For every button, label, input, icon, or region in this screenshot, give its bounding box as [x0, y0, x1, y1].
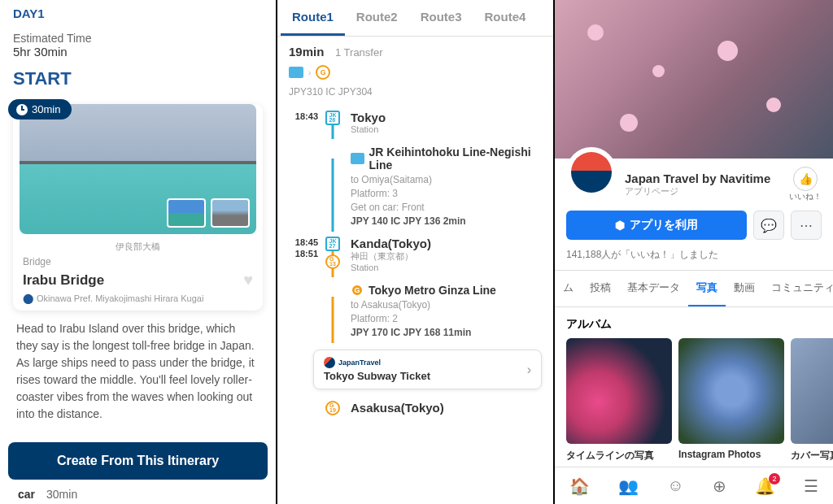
- facebook-panel: Japan Travel by Navitime アプリページ 👍 いいね！ ⬢…: [555, 0, 833, 504]
- route-duration: 19min: [289, 45, 324, 59]
- album-thumbnail: [678, 338, 784, 444]
- station-marker: G13: [325, 254, 340, 269]
- segment-fare: JPY 170 IC JPY 168 11min: [351, 327, 542, 338]
- fb-tab[interactable]: 投稿: [582, 271, 619, 306]
- poi-name: Irabu Bridge: [23, 272, 104, 289]
- chevron-right-icon: ›: [308, 68, 311, 77]
- page-subtitle: アプリページ: [625, 185, 770, 198]
- itinerary-panel: DAY1 Estimated Time 5hr 30min START 30mi…: [0, 0, 277, 504]
- next-segment: car30min: [18, 488, 77, 501]
- ginza-line-icon: G: [351, 284, 364, 297]
- home-icon[interactable]: 🏠: [569, 476, 590, 496]
- route-tab[interactable]: Route2: [345, 0, 409, 36]
- route-tab[interactable]: Route4: [473, 0, 538, 36]
- fb-tabs: ム投稿基本データ写真動画コミュニティ: [555, 270, 833, 307]
- route-tab[interactable]: Route3: [409, 0, 473, 36]
- app-icon: ⬢: [615, 219, 625, 232]
- profile-icon[interactable]: ☺: [667, 476, 683, 495]
- album-caption: Instagram Photos: [678, 449, 784, 460]
- route-step: JR Keihintohoku Line-Negishi Lineto Omiy…: [289, 139, 542, 232]
- route-step: 18:43JK26TokyoStation: [289, 106, 542, 139]
- segment-fare: JPY 140 IC JPY 136 2min: [351, 215, 542, 227]
- album-row: タイムラインの写真Instagram Photosカバー写真: [555, 338, 833, 463]
- car-info: Get on car: Front: [351, 202, 542, 213]
- poi-category: Bridge: [23, 256, 253, 267]
- album-thumbnail: [566, 338, 672, 444]
- notification-badge: 2: [769, 473, 780, 484]
- fare-text: JPY310 IC JPY304: [289, 86, 542, 98]
- duration-badge: 30min: [8, 99, 72, 119]
- station-sub: 神田（東京都）: [351, 250, 542, 263]
- poi-description: Head to Irabu Island over this bridge, w…: [16, 320, 259, 423]
- route-icons: › G: [289, 65, 542, 80]
- line-destination: to Omiya(Saitama): [351, 174, 542, 185]
- train-icon: [289, 67, 303, 78]
- create-itinerary-button[interactable]: Create From This Itinerary: [8, 442, 268, 480]
- fb-tab[interactable]: 写真: [688, 271, 726, 306]
- station-name: Tokyo: [351, 111, 542, 124]
- more-button[interactable]: ⋯: [791, 211, 822, 240]
- album-title: アルバム: [555, 307, 833, 338]
- like-button[interactable]: 👍 いいね！: [789, 167, 822, 202]
- station-marker: G19: [325, 401, 340, 415]
- likes-count: 141,188人が「いいね！」しました: [555, 248, 833, 270]
- japantravel-icon: [324, 357, 335, 368]
- clock-icon: [16, 104, 28, 115]
- use-app-button[interactable]: ⬢ アプリを利用: [566, 211, 747, 240]
- station-marker: JK27: [325, 237, 340, 251]
- route-step: 18:4518:51JK27G13Kanda(Tokyo)神田（東京都）Stat…: [289, 232, 542, 277]
- poi-image[interactable]: [20, 104, 256, 234]
- ginza-line-icon: G: [316, 65, 330, 80]
- friends-icon[interactable]: 👥: [618, 476, 639, 496]
- day-label: DAY1: [13, 7, 263, 20]
- badge-text: 30min: [32, 103, 60, 115]
- album-thumbnail: [791, 338, 833, 444]
- thumbs-up-icon: 👍: [793, 167, 818, 191]
- fb-tab[interactable]: コミュニティ: [763, 271, 833, 306]
- image-caption: 伊良部大橋: [13, 241, 263, 253]
- fb-tab[interactable]: 動画: [726, 271, 763, 306]
- album-item[interactable]: タイムラインの写真: [566, 338, 672, 463]
- album-item[interactable]: Instagram Photos: [678, 338, 784, 463]
- poi-card[interactable]: 30min 伊良部大橋 Bridge Irabu Bridge ♥ ⬤ Okin…: [13, 104, 263, 311]
- start-label: START: [13, 68, 263, 89]
- station-sub: Station: [351, 124, 542, 134]
- fb-tab[interactable]: ム: [555, 271, 582, 306]
- album-item[interactable]: カバー写真: [791, 338, 833, 463]
- route-tab[interactable]: Route1: [281, 0, 345, 36]
- page-title: Japan Travel by Navitime: [625, 172, 770, 185]
- station-name: Kanda(Tokyo): [351, 237, 542, 250]
- line-name: GTokyo Metro Ginza Line: [351, 284, 542, 297]
- platform-info: Platform: 2: [351, 313, 542, 324]
- ticket-card[interactable]: JapanTravelTokyo Subway Ticket›: [313, 350, 542, 389]
- route-panel: Route1Route2Route3Route4 19min 1 Transfe…: [277, 0, 555, 504]
- groups-icon[interactable]: ⊕: [713, 476, 726, 496]
- transfer-count: 1 Transfer: [335, 46, 383, 59]
- poi-location: ⬤ Okinawa Pref. Miyakojimashi Hirara Kug…: [23, 293, 253, 304]
- thumbnail[interactable]: [167, 198, 206, 228]
- route-steps: 18:43JK26TokyoStationJR Keihintohoku Lin…: [277, 106, 553, 420]
- thumbnail-row: [167, 198, 250, 228]
- fb-tab[interactable]: 基本データ: [619, 271, 688, 306]
- chevron-right-icon: ›: [527, 363, 531, 377]
- station-name: Asakusa(Tokyo): [351, 401, 542, 415]
- route-tabs: Route1Route2Route3Route4: [277, 0, 553, 37]
- train-icon: [351, 153, 364, 164]
- pin-icon: ⬤: [23, 293, 33, 304]
- notifications-icon[interactable]: 🔔2: [755, 476, 775, 496]
- album-caption: タイムラインの写真: [566, 449, 672, 463]
- route-summary: 19min 1 Transfer › G JPY310 IC JPY304: [277, 37, 553, 106]
- route-step: GTokyo Metro Ginza Lineto Asakusa(Tokyo)…: [289, 277, 542, 343]
- menu-icon[interactable]: ☰: [804, 476, 818, 496]
- line-name: JR Keihintohoku Line-Negishi Line: [351, 146, 542, 172]
- bottom-nav: 🏠 👥 ☺ ⊕ 🔔2 ☰: [555, 467, 833, 504]
- thumbnail[interactable]: [211, 198, 250, 228]
- messenger-button[interactable]: 💬: [753, 211, 784, 240]
- station-marker: JK26: [325, 111, 340, 125]
- estimated-time: 5hr 30min: [13, 45, 263, 59]
- station-sub: Station: [351, 263, 542, 272]
- line-destination: to Asakusa(Tokyo): [351, 299, 542, 311]
- cover-photo[interactable]: [555, 0, 833, 159]
- favorite-icon[interactable]: ♥: [243, 271, 253, 289]
- page-avatar[interactable]: [566, 147, 617, 198]
